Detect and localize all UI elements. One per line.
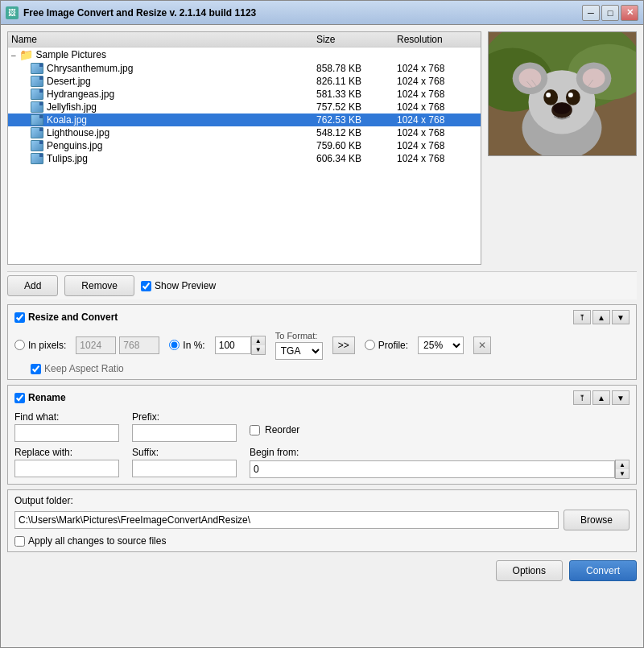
close-button[interactable]: ✕: [621, 5, 638, 21]
svg-point-15: [553, 103, 571, 114]
file-row[interactable]: Chrysanthemum.jpg858.78 KB1024 x 768: [8, 62, 481, 75]
svg-point-10: [543, 89, 558, 105]
show-preview-label[interactable]: Show Preview: [141, 280, 216, 291]
in-pixels-radio[interactable]: [14, 340, 25, 350]
file-name: Hydrangeas.jpg: [47, 89, 316, 100]
show-preview-checkbox[interactable]: [141, 281, 151, 291]
file-name: Lighthouse.jpg: [47, 127, 316, 138]
find-what-input[interactable]: [14, 424, 119, 442]
reorder-checkbox[interactable]: [250, 425, 260, 435]
remove-button[interactable]: Remove: [64, 275, 134, 296]
file-row[interactable]: Tulips.jpg606.34 KB1024 x 768: [8, 152, 481, 165]
percent-down-button[interactable]: ▼: [252, 345, 265, 354]
column-resolution: Resolution: [397, 34, 477, 45]
in-percent-radio[interactable]: [169, 340, 180, 350]
begin-from-input[interactable]: [250, 460, 615, 478]
prefix-field: Prefix:: [132, 411, 237, 442]
browse-button[interactable]: Browse: [564, 510, 630, 530]
svg-point-11: [566, 89, 580, 105]
in-percent-radio-label[interactable]: In %:: [169, 340, 204, 351]
file-icon: [31, 63, 43, 74]
find-what-label: Find what:: [14, 411, 119, 423]
suffix-field: Suffix:: [132, 447, 237, 479]
prefix-label: Prefix:: [132, 411, 237, 423]
clear-profile-button[interactable]: ✕: [473, 336, 491, 354]
begin-from-down[interactable]: ▼: [616, 469, 629, 478]
in-pixels-radio-label[interactable]: In pixels:: [14, 340, 66, 351]
preview-area: [488, 31, 637, 265]
arrow-button[interactable]: >>: [332, 336, 355, 354]
profile-radio[interactable]: [365, 340, 375, 350]
file-row[interactable]: Hydrangeas.jpg581.33 KB1024 x 768: [8, 88, 481, 101]
file-size: 581.33 KB: [316, 89, 397, 100]
window-title: Free Image Convert and Resize v. 2.1.14 …: [23, 7, 582, 19]
spinner-buttons: ▲ ▼: [251, 336, 266, 355]
resize-controls: In pixels: In %: ▲ ▼: [14, 331, 630, 360]
file-size: 759.60 KB: [316, 140, 397, 151]
resize-nav-down[interactable]: ▼: [612, 310, 630, 324]
profile-radio-label[interactable]: Profile:: [365, 340, 408, 351]
file-row[interactable]: Koala.jpg762.53 KB1024 x 768: [8, 114, 481, 126]
rename-panel-nav: ⤒ ▲ ▼: [573, 390, 630, 405]
rename-nav-down[interactable]: ▼: [612, 390, 630, 405]
profile-group: 25% 50% 75% 100%: [418, 336, 464, 354]
file-name: Desert.jpg: [47, 76, 316, 87]
resize-checkbox[interactable]: [14, 312, 25, 323]
expand-icon[interactable]: –: [11, 51, 16, 60]
resize-nav-top[interactable]: ⤒: [573, 310, 591, 324]
options-button[interactable]: Options: [496, 560, 563, 581]
resize-panel-toggle[interactable]: Resize and Convert: [14, 312, 118, 323]
apply-source-row: Apply all changes to source files: [14, 535, 630, 547]
keep-aspect-label: Keep Aspect Ratio: [44, 363, 124, 374]
file-row[interactable]: Desert.jpg826.11 KB1024 x 768: [8, 75, 481, 88]
file-name: Jellyfish.jpg: [47, 101, 316, 113]
reorder-field: Reorder: [250, 411, 630, 442]
suffix-input[interactable]: [132, 460, 237, 477]
pixel-height-input[interactable]: [119, 336, 159, 354]
percent-up-button[interactable]: ▲: [252, 336, 265, 345]
file-size: 757.52 KB: [316, 101, 397, 113]
output-path-input[interactable]: [14, 511, 559, 529]
maximize-button[interactable]: □: [601, 5, 619, 21]
file-size: 826.11 KB: [316, 76, 397, 87]
file-list-header: Name Size Resolution: [8, 32, 481, 47]
in-pixels-label: In pixels:: [28, 340, 66, 351]
minimize-button[interactable]: ─: [582, 5, 600, 21]
file-row[interactable]: Penguins.jpg759.60 KB1024 x 768: [8, 139, 481, 152]
file-icon: [31, 140, 43, 151]
file-row[interactable]: Lighthouse.jpg548.12 KB1024 x 768: [8, 126, 481, 139]
title-bar: 🖼 Free Image Convert and Resize v. 2.1.1…: [1, 1, 643, 25]
prefix-input[interactable]: [132, 424, 237, 442]
pixel-inputs: [76, 336, 159, 354]
file-resolution: 1024 x 768: [397, 114, 477, 126]
begin-from-up[interactable]: ▲: [616, 460, 629, 469]
reorder-label[interactable]: Reorder: [250, 424, 630, 435]
resize-nav-up[interactable]: ▲: [592, 310, 610, 324]
apply-source-checkbox[interactable]: [14, 536, 25, 547]
folder-icon: 📁: [19, 48, 33, 61]
rename-panel-toggle[interactable]: Rename: [14, 392, 66, 403]
add-button[interactable]: Add: [7, 275, 58, 296]
convert-button[interactable]: Convert: [569, 560, 637, 581]
replace-with-label: Replace with:: [14, 447, 119, 458]
column-size: Size: [316, 34, 397, 45]
file-row[interactable]: Jellyfish.jpg757.52 KB1024 x 768: [8, 101, 481, 114]
rename-checkbox[interactable]: [14, 393, 25, 403]
percent-input[interactable]: [215, 336, 251, 354]
resize-panel-nav: ⤒ ▲ ▼: [573, 310, 630, 324]
output-path-row: Browse: [14, 510, 630, 530]
profile-select[interactable]: 25% 50% 75% 100%: [418, 336, 464, 354]
resize-panel-title: Resize and Convert: [28, 312, 118, 323]
apply-source-label[interactable]: Apply all changes to source files: [14, 535, 630, 547]
keep-aspect-checkbox[interactable]: [31, 364, 41, 374]
folder-row[interactable]: – 📁 Sample Pictures: [8, 47, 481, 62]
pixel-width-input[interactable]: [76, 336, 116, 354]
rename-nav-top[interactable]: ⤒: [573, 390, 591, 405]
replace-with-field: Replace with:: [14, 447, 119, 479]
file-size: 762.53 KB: [316, 114, 397, 126]
rename-nav-up[interactable]: ▲: [592, 390, 610, 405]
format-select[interactable]: TGA JPEG PNG BMP GIF TIFF WebP: [275, 342, 323, 360]
file-icon: [31, 101, 43, 113]
replace-with-input[interactable]: [14, 460, 119, 477]
apply-source-text: Apply all changes to source files: [28, 535, 166, 547]
